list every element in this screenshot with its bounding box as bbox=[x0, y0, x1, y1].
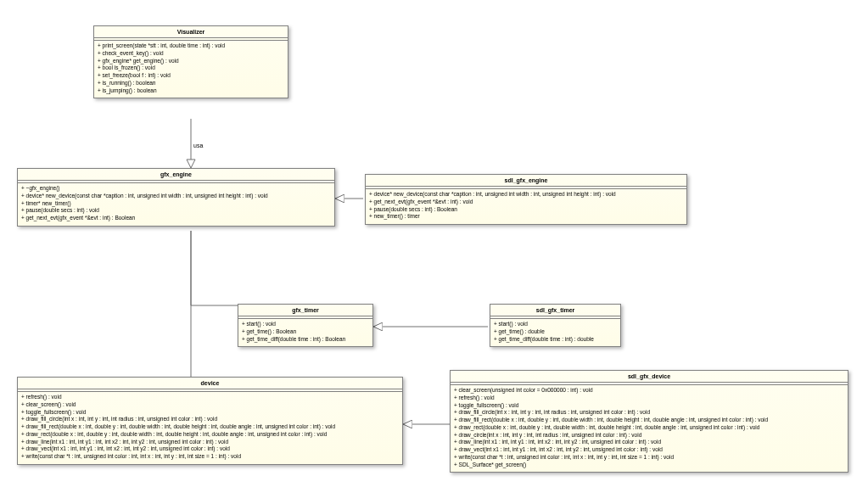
method-row: + toggle_fullscreen() : void bbox=[21, 409, 399, 417]
class-sdl-gfx-device: sdl_gfx_device + clear_screen(unsigned i… bbox=[450, 370, 848, 473]
method-row: + get_time_diff(double time : int) : dou… bbox=[494, 336, 617, 344]
method-row: + gfx_engine* get_engine() : void bbox=[98, 58, 284, 65]
method-row: + draw_fill_rect(double x : int, double … bbox=[21, 423, 399, 431]
class-methods: + start() : void + get_time() : double +… bbox=[490, 319, 620, 346]
class-methods: + device* new_device(const char *caption… bbox=[366, 189, 686, 224]
method-row: + device* new_device(const char *caption… bbox=[21, 193, 331, 200]
method-row: + clear_screen() : void bbox=[21, 401, 399, 409]
method-row: + draw_rect(double x : int, double y : i… bbox=[21, 431, 399, 439]
method-row: + is_jumping() : boolean bbox=[98, 87, 284, 95]
class-gfx-engine: gfx_engine + ~gfx_engine() + device* new… bbox=[17, 168, 335, 227]
method-row: + draw_fill_rect(double x : int, double … bbox=[454, 417, 844, 424]
method-row: + draw_line(int x1 : int, int y1 : int, … bbox=[21, 439, 399, 446]
method-row: + clear_screen(unsigned int color = 0x00… bbox=[454, 387, 844, 395]
class-methods: + start() : void + get_time() : Boolean … bbox=[238, 319, 372, 346]
method-row: + print_screen(state *stt : int, double … bbox=[98, 42, 284, 50]
method-row: + check_event_key() : void bbox=[98, 50, 284, 58]
method-row: + start() : void bbox=[494, 321, 617, 328]
method-row: + bool is_frozen() : void bbox=[98, 64, 284, 72]
class-title: sdl_gfx_device bbox=[451, 371, 848, 383]
method-row: + set_freeze(bool f : int) : void bbox=[98, 72, 284, 80]
svg-marker-1 bbox=[187, 160, 195, 168]
method-row: + write(const char *t : int, unsigned in… bbox=[454, 454, 844, 462]
method-row: + ~gfx_engine() bbox=[21, 185, 331, 193]
class-methods: + print_screen(state *stt : int, double … bbox=[94, 41, 288, 98]
method-row: + start() : void bbox=[242, 321, 369, 328]
class-methods: + clear_screen(unsigned int color = 0x00… bbox=[451, 385, 848, 472]
relation-label-usa: usa bbox=[193, 143, 203, 148]
class-title: gfx_timer bbox=[238, 305, 372, 316]
method-row: + draw_line(int x1 : int, int y1 : int, … bbox=[454, 439, 844, 446]
method-row: + refresh() : void bbox=[21, 394, 399, 401]
method-row: + get_next_evt(gfx_event *&evt : int) : … bbox=[21, 215, 331, 222]
class-gfx-timer: gfx_timer + start() : void + get_time() … bbox=[238, 304, 373, 347]
class-title: device bbox=[18, 378, 402, 389]
class-sdl-gfx-engine: sdl_gfx_engine + device* new_device(cons… bbox=[365, 174, 687, 225]
class-sdl-gfx-timer: sdl_gfx_timer + start() : void + get_tim… bbox=[490, 304, 621, 347]
method-row: + pause(double secs : int) : Boolean bbox=[369, 206, 683, 214]
method-row: + device* new_device(const char *caption… bbox=[369, 191, 683, 199]
method-row: + is_running() : boolean bbox=[98, 80, 284, 87]
method-row: + refresh() : void bbox=[454, 395, 844, 402]
class-methods: + ~gfx_engine() + device* new_device(con… bbox=[18, 183, 334, 226]
method-row: + draw_rect(double x : int, double y : i… bbox=[454, 424, 844, 432]
method-row: + get_time() : double bbox=[494, 328, 617, 336]
method-row: + new_timer() : timer bbox=[369, 213, 683, 221]
class-title: sdl_gfx_engine bbox=[366, 175, 686, 187]
method-row: + pause(double secs : int) : void bbox=[21, 207, 331, 215]
method-row: + SDL_Surface* get_screen() bbox=[454, 462, 844, 469]
method-row: + draw_fill_circle(int x : int, int y : … bbox=[454, 409, 844, 417]
class-device: device + refresh() : void + clear_screen… bbox=[17, 377, 403, 465]
method-row: + get_time_diff(double time : int) : Boo… bbox=[242, 336, 369, 344]
method-row: + draw_circle(int x : int, int y : int, … bbox=[454, 432, 844, 439]
method-row: + draw_fill_circle(int x : int, int y : … bbox=[21, 416, 399, 423]
class-title: sdl_gfx_timer bbox=[490, 305, 620, 316]
class-visualizer: Visualizer + print_screen(state *stt : i… bbox=[93, 25, 288, 98]
method-row: + toggle_fullscreen() : void bbox=[454, 402, 844, 410]
method-row: + timer* new_timer() bbox=[21, 200, 331, 208]
class-title: gfx_engine bbox=[18, 169, 334, 181]
method-row: + draw_vect(int x1 : int, int y1 : int, … bbox=[454, 446, 844, 454]
method-row: + get_time() : Boolean bbox=[242, 328, 369, 336]
class-title: Visualizer bbox=[94, 26, 288, 38]
method-row: + get_next_evt(gfx_event *&evt : int) : … bbox=[369, 199, 683, 206]
method-row: + draw_vect(int x1 : int, int y1 : int, … bbox=[21, 445, 399, 453]
method-row: + write(const char *t : int, unsigned in… bbox=[21, 453, 399, 461]
class-methods: + refresh() : void + clear_screen() : vo… bbox=[18, 392, 402, 464]
